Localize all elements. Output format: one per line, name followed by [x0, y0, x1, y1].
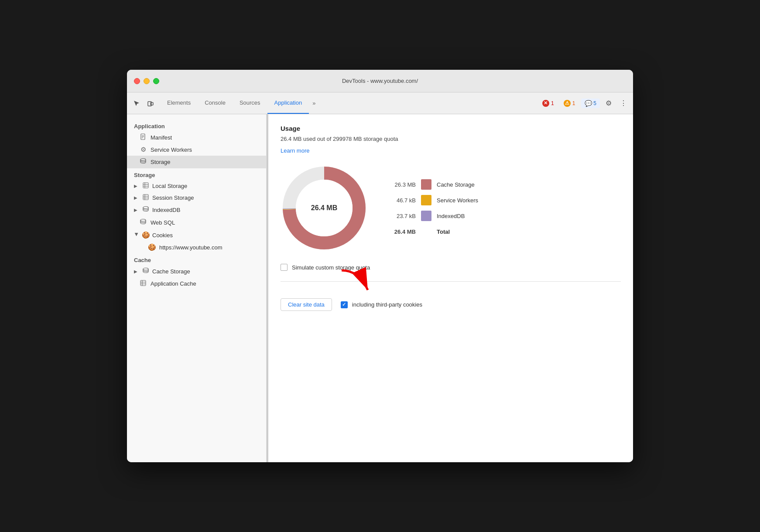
sidebar-item-indexeddb[interactable]: ▶ IndexedDB — [127, 204, 266, 216]
device-toggle-icon[interactable] — [144, 97, 157, 109]
error-icon: ✕ — [542, 100, 549, 107]
legend-color-cache — [421, 179, 431, 190]
web-sql-icon — [139, 218, 147, 227]
main-panel: Usage 26.4 MB used out of 299978 MB stor… — [268, 114, 633, 462]
indexeddb-icon — [142, 206, 150, 214]
tab-more[interactable]: » — [309, 92, 319, 114]
warning-icon: ⚠ — [564, 100, 571, 107]
expand-arrow-local: ▶ — [134, 184, 139, 188]
sidebar-item-session-storage[interactable]: ▶ Session Storage — [127, 192, 266, 204]
devtools-window: DevTools - www.youtube.com/ Elements Con… — [127, 70, 633, 462]
section-divider — [281, 281, 621, 282]
svg-point-6 — [140, 159, 146, 161]
app-cache-icon — [139, 280, 147, 287]
sidebar-item-service-workers[interactable]: ⚙ Service Workers — [127, 143, 266, 156]
sidebar: Application Manifest ⚙ Service Workers S… — [127, 114, 267, 462]
message-icon: 💬 — [585, 100, 592, 107]
expand-arrow-cache: ▶ — [134, 269, 139, 274]
third-party-label: including third-party cookies — [352, 301, 422, 308]
tab-console[interactable]: Console — [198, 92, 233, 114]
legend-row-service-workers: 46.7 kB Service Workers — [385, 195, 478, 205]
usage-subtitle: 26.4 MB used out of 299978 MB storage qu… — [281, 136, 621, 142]
session-storage-icon — [142, 194, 150, 201]
tab-elements[interactable]: Elements — [160, 92, 198, 114]
red-arrow — [333, 266, 377, 301]
svg-point-17 — [143, 268, 148, 270]
learn-more-link[interactable]: Learn more — [281, 147, 309, 154]
error-badge[interactable]: ✕ 1 — [539, 99, 558, 108]
warning-badge[interactable]: ⚠ 1 — [560, 99, 579, 108]
tab-list: Elements Console Sources Application » — [160, 92, 319, 114]
third-party-checkbox[interactable] — [341, 301, 348, 308]
tab-sources[interactable]: Sources — [233, 92, 267, 114]
settings-icon[interactable]: ⚙ — [603, 97, 615, 109]
usage-title: Usage — [281, 125, 621, 132]
main-content: Application Manifest ⚙ Service Workers S… — [127, 114, 633, 462]
expand-arrow-session: ▶ — [134, 195, 139, 200]
expand-arrow-cookies: ▶ — [134, 232, 139, 238]
sidebar-item-application-cache[interactable]: Application Cache — [127, 278, 266, 290]
sidebar-section-cache: Cache — [127, 253, 266, 265]
simulate-quota-row: Simulate custom storage quota — [281, 264, 621, 271]
local-storage-icon — [142, 182, 150, 190]
sidebar-item-cache-storage[interactable]: ▶ Cache Storage — [127, 265, 266, 278]
donut-label: 26.4 MB — [311, 204, 337, 212]
manifest-icon — [139, 133, 147, 141]
legend-color-total — [421, 226, 431, 237]
tab-application[interactable]: Application — [267, 92, 309, 114]
tab-bar-icons — [130, 92, 157, 114]
sidebar-item-youtube-cookies[interactable]: 🍪 https://www.youtube.com — [127, 241, 266, 253]
chart-legend: 26.3 MB Cache Storage 46.7 kB Service Wo… — [385, 179, 478, 237]
window-title: DevTools - www.youtube.com/ — [342, 78, 418, 84]
sidebar-item-local-storage[interactable]: ▶ Local Storage — [127, 180, 266, 192]
expand-arrow-indexeddb: ▶ — [134, 208, 139, 212]
legend-color-sw — [421, 195, 431, 205]
clear-site-data-button[interactable]: Clear site data — [281, 298, 332, 311]
sidebar-section-application: Application — [127, 119, 266, 131]
traffic-lights — [134, 78, 159, 84]
svg-rect-11 — [143, 194, 148, 200]
cookie-url-icon: 🍪 — [148, 243, 156, 251]
svg-rect-1 — [151, 102, 153, 105]
svg-rect-7 — [143, 183, 148, 188]
sidebar-section-storage: Storage — [127, 168, 266, 180]
sidebar-item-storage[interactable]: Storage — [127, 156, 266, 168]
legend-color-indexeddb — [421, 211, 431, 221]
donut-chart: 26.4 MB — [281, 164, 368, 252]
sidebar-item-cookies[interactable]: ▶ 🍪 Cookies — [127, 229, 266, 241]
cache-storage-icon — [142, 267, 150, 276]
simulate-quota-checkbox[interactable] — [281, 264, 288, 271]
tab-bar-right: ✕ 1 ⚠ 1 💬 5 ⚙ ⋮ — [539, 92, 630, 114]
message-badge[interactable]: 💬 5 — [581, 99, 600, 108]
sidebar-item-manifest[interactable]: Manifest — [127, 131, 266, 143]
title-bar: DevTools - www.youtube.com/ — [127, 70, 633, 92]
third-party-checkbox-row: including third-party cookies — [341, 301, 422, 308]
sidebar-item-web-sql[interactable]: Web SQL — [127, 216, 266, 229]
tab-bar: Elements Console Sources Application » ✕… — [127, 92, 633, 114]
minimize-button[interactable] — [144, 78, 150, 84]
storage-icon — [139, 158, 147, 166]
legend-row-total: 26.4 MB Total — [385, 226, 478, 237]
chart-area: 26.4 MB 26.3 MB Cache Storage 46.7 kB Se… — [281, 164, 621, 252]
maximize-button[interactable] — [153, 78, 159, 84]
svg-point-16 — [140, 219, 146, 222]
service-workers-icon: ⚙ — [139, 146, 147, 153]
legend-row-indexeddb: 23.7 kB IndexedDB — [385, 211, 478, 221]
cookies-icon: 🍪 — [142, 231, 150, 239]
svg-rect-18 — [140, 280, 146, 286]
cursor-icon[interactable] — [130, 97, 143, 109]
simulate-quota-label: Simulate custom storage quota — [292, 264, 370, 271]
svg-point-15 — [143, 207, 148, 209]
more-options-icon[interactable]: ⋮ — [617, 97, 630, 109]
bottom-actions: Clear site data including third-party co… — [281, 298, 621, 311]
legend-row-cache: 26.3 MB Cache Storage — [385, 179, 478, 190]
close-button[interactable] — [134, 78, 140, 84]
